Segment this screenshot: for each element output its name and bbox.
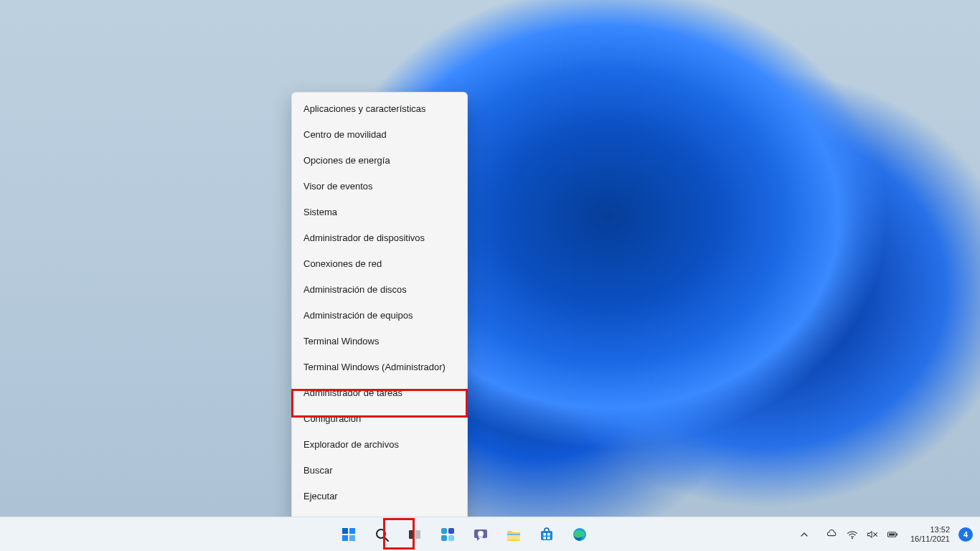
wifi-tray-icon[interactable]: [846, 527, 859, 542]
ms-store-button[interactable]: [532, 520, 561, 549]
notification-badge[interactable]: 4: [958, 527, 973, 542]
notification-count: 4: [963, 530, 968, 539]
ctx-item-label: Administración de discos: [303, 284, 407, 295]
ctx-windows-terminal[interactable]: Terminal Windows: [292, 328, 467, 354]
ctx-file-explorer[interactable]: Explorador de archivos: [292, 431, 467, 457]
windows-icon: [341, 527, 357, 542]
onedrive-tray-icon[interactable]: [826, 527, 839, 542]
ctx-item-label: Terminal Windows (Administrador): [303, 362, 446, 372]
taskview-icon: [407, 527, 423, 542]
ctx-item-label: Terminal Windows: [303, 336, 379, 347]
ctx-item-label: Aplicaciones y características: [303, 103, 426, 114]
ctx-item-label: Opciones de energía: [303, 155, 390, 166]
ctx-item-label: Conexiones de red: [303, 258, 382, 269]
file-explorer-icon: [506, 527, 522, 542]
search-button[interactable]: [367, 520, 396, 549]
chat-icon: [473, 527, 489, 542]
tray-overflow-button[interactable]: [790, 520, 819, 549]
ctx-windows-terminal-admin[interactable]: Terminal Windows (Administrador): [292, 354, 467, 380]
ctx-item-label: Configuración: [303, 413, 361, 424]
ctx-device-manager[interactable]: Administrador de dispositivos: [292, 225, 467, 250]
store-icon: [539, 527, 555, 542]
start-button[interactable]: [334, 520, 363, 549]
edge-icon: [572, 527, 588, 542]
task-view-button[interactable]: [400, 520, 429, 549]
ctx-item-label: Explorador de archivos: [303, 439, 399, 450]
widgets-icon: [440, 527, 456, 542]
ctx-apps-features[interactable]: Aplicaciones y características: [292, 95, 467, 121]
clock-date: 16/11/2021: [910, 534, 950, 544]
ctx-run[interactable]: Ejecutar: [292, 483, 467, 509]
taskbar-right: 13:52 16/11/2021 4: [790, 517, 976, 551]
ctx-item-label: Administración de equipos: [303, 310, 413, 321]
edge-button[interactable]: [565, 520, 594, 549]
system-tray[interactable]: [820, 520, 905, 549]
ctx-item-label: Buscar: [303, 465, 332, 476]
ctx-disk-management[interactable]: Administración de discos: [292, 276, 467, 302]
ctx-item-label: Visor de eventos: [303, 181, 373, 192]
ctx-power-options[interactable]: Opciones de energía: [292, 147, 467, 173]
chat-button[interactable]: [466, 520, 495, 549]
ctx-system[interactable]: Sistema: [292, 199, 467, 225]
ctx-item-label: Administrador de dispositivos: [303, 232, 425, 243]
volume-tray-icon[interactable]: [866, 527, 879, 542]
ctx-computer-management[interactable]: Administración de equipos: [292, 302, 467, 328]
ctx-item-label: Ejecutar: [303, 491, 338, 501]
ctx-event-viewer[interactable]: Visor de eventos: [292, 173, 467, 199]
winx-context-menu: Aplicaciones y característicasCentro de …: [291, 92, 468, 551]
ctx-item-label: Administrador de tareas: [303, 387, 402, 398]
ctx-settings[interactable]: Configuración: [292, 405, 467, 431]
file-explorer-button[interactable]: [499, 520, 528, 549]
search-icon: [374, 527, 390, 542]
taskbar-center: [334, 517, 594, 551]
ctx-task-manager[interactable]: Administrador de tareas: [292, 380, 467, 405]
clock-time: 13:52: [930, 525, 950, 534]
taskbar: 13:52 16/11/2021 4: [0, 517, 980, 551]
ctx-item-label: Sistema: [303, 207, 337, 217]
battery-tray-icon[interactable]: [886, 527, 899, 542]
desktop-wallpaper[interactable]: [0, 0, 980, 517]
ctx-network-connections[interactable]: Conexiones de red: [292, 250, 467, 276]
ctx-mobility-center[interactable]: Centro de movilidad: [292, 121, 467, 147]
ctx-item-label: Centro de movilidad: [303, 129, 387, 140]
widgets-button[interactable]: [433, 520, 462, 549]
chevron-up-icon: [800, 530, 809, 539]
ctx-search[interactable]: Buscar: [292, 457, 467, 483]
taskbar-clock[interactable]: 13:52 16/11/2021: [906, 525, 954, 544]
